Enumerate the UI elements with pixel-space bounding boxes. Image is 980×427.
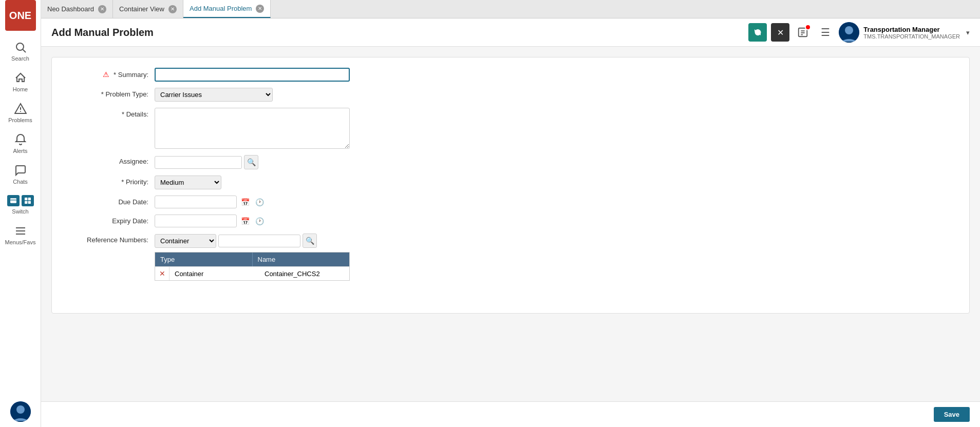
ref-type-select[interactable]: Container Booking BL Invoice xyxy=(155,234,216,248)
details-row: * Details: xyxy=(67,108,954,149)
expiry-date-time-button[interactable]: 🕐 xyxy=(253,215,266,227)
top-bar-actions: ✕ ☰ Transportation Manager TMS.TRANSPORT… xyxy=(748,22,970,43)
due-date-row: Due Date: 📅 🕐 xyxy=(67,196,954,208)
expiry-date-input[interactable] xyxy=(155,215,237,227)
assignee-label: Assignee: xyxy=(67,155,155,165)
ref-table-cell-name: Container_CHCS2 xyxy=(259,267,349,280)
reference-numbers-row: Reference Numbers: Container Booking BL … xyxy=(67,234,954,281)
notification-dot xyxy=(805,24,811,30)
tab-close-add-manual-problem[interactable]: ✕ xyxy=(256,5,264,13)
refresh-icon xyxy=(753,28,762,37)
svg-point-0 xyxy=(16,43,24,50)
svg-rect-7 xyxy=(28,198,30,200)
priority-label: * Priority: xyxy=(67,176,155,186)
due-date-controls: 📅 🕐 xyxy=(155,196,266,208)
summary-error-icon: ⚠ xyxy=(103,70,109,79)
ref-table-header-name: Name xyxy=(253,253,350,266)
ref-table-header-type: Type xyxy=(155,253,253,266)
sidebar-item-menus-favs[interactable]: Menus/Favs xyxy=(0,220,41,250)
assignee-input[interactable] xyxy=(155,156,242,169)
sidebar-item-alerts[interactable]: Alerts xyxy=(0,128,41,159)
summary-input[interactable] xyxy=(155,68,350,82)
due-date-time-button[interactable]: 🕐 xyxy=(253,196,266,208)
save-button[interactable]: Save xyxy=(934,407,970,422)
svg-point-20 xyxy=(845,26,853,34)
app-logo: ONE xyxy=(5,0,36,31)
notification-button[interactable] xyxy=(794,23,812,42)
expiry-date-controls: 📅 🕐 xyxy=(155,215,266,227)
priority-row: * Priority: Low Medium High Critical xyxy=(67,176,954,189)
switch-icon-2 xyxy=(22,195,34,206)
expiry-date-label-text: Expiry Date: xyxy=(112,217,148,225)
sidebar-item-problems[interactable]: Problems xyxy=(0,98,41,128)
ref-number-input[interactable] xyxy=(218,235,300,247)
svg-rect-9 xyxy=(28,201,30,204)
sidebar-label-problems: Problems xyxy=(8,117,32,123)
summary-label: ⚠ * Summary: xyxy=(67,68,155,79)
grid-icon xyxy=(24,197,32,205)
ref-table-cell-type: Container xyxy=(169,267,259,280)
problem-type-select[interactable]: Carrier Issues Delay Documentation Damag… xyxy=(155,88,273,102)
ref-input-row: Container Booking BL Invoice 🔍 xyxy=(155,234,350,248)
refresh-button[interactable] xyxy=(748,23,767,42)
assignee-controls: 🔍 xyxy=(155,155,258,169)
main-area: Neo Dashboard ✕ Container View ✕ Add Man… xyxy=(41,0,980,427)
ref-table-row: ✕ Container Container_CHCS2 xyxy=(155,266,349,280)
tab-close-container-view[interactable]: ✕ xyxy=(168,5,177,13)
assignee-label-text: Assignee: xyxy=(119,158,148,165)
svg-line-1 xyxy=(23,50,26,53)
details-label-text: * Details: xyxy=(122,110,148,118)
sidebar-label-switch: Switch xyxy=(12,208,28,215)
priority-label-text: * Priority: xyxy=(121,178,148,186)
reference-numbers-label: Reference Numbers: xyxy=(67,234,155,244)
hamburger-menu-button[interactable]: ☰ xyxy=(816,23,835,42)
form-container: ⚠ * Summary: * Problem Type: Carrier Iss… xyxy=(41,47,980,401)
expiry-date-label: Expiry Date: xyxy=(67,215,155,225)
tab-add-manual-problem[interactable]: Add Manual Problem ✕ xyxy=(183,0,271,18)
chat-icon xyxy=(14,164,27,177)
ref-search-button[interactable]: 🔍 xyxy=(303,234,317,248)
form-card: ⚠ * Summary: * Problem Type: Carrier Iss… xyxy=(51,57,970,314)
problem-type-row: * Problem Type: Carrier Issues Delay Doc… xyxy=(67,88,954,102)
due-date-input[interactable] xyxy=(155,196,237,208)
menu-icon xyxy=(14,225,27,237)
sidebar-item-search[interactable]: Search xyxy=(0,36,41,67)
sidebar: ONE Search Home Problems Alerts Chats Sw… xyxy=(0,0,41,427)
due-date-label-text: Due Date: xyxy=(118,198,148,206)
sidebar-label-menus-favs: Menus/Favs xyxy=(5,239,36,245)
expiry-date-calendar-button[interactable]: 📅 xyxy=(239,215,251,227)
user-name: Transportation Manager xyxy=(863,26,960,33)
bottom-avatar[interactable] xyxy=(10,401,31,422)
priority-select[interactable]: Low Medium High Critical xyxy=(155,176,221,189)
sidebar-item-home[interactable]: Home xyxy=(0,67,41,98)
user-dropdown-arrow[interactable]: ▾ xyxy=(966,29,970,36)
sidebar-bottom xyxy=(0,401,41,427)
tab-label-container-view: Container View xyxy=(119,5,164,13)
problem-type-label-text: * Problem Type: xyxy=(101,90,148,98)
user-role: TMS.TRANSPORTATION_MANAGER xyxy=(863,33,960,40)
reference-controls: Container Booking BL Invoice 🔍 Type xyxy=(155,234,350,281)
svg-rect-8 xyxy=(25,201,27,204)
user-text: Transportation Manager TMS.TRANSPORTATIO… xyxy=(863,26,960,40)
tab-container-view[interactable]: Container View ✕ xyxy=(113,0,183,18)
layers-icon xyxy=(9,197,17,205)
sidebar-item-chats[interactable]: Chats xyxy=(0,159,41,190)
reference-numbers-label-text: Reference Numbers: xyxy=(87,236,148,244)
top-bar: Add Manual Problem ✕ ☰ Transportation Ma… xyxy=(41,18,980,47)
ref-delete-button[interactable]: ✕ xyxy=(155,267,169,280)
tab-neo-dashboard[interactable]: Neo Dashboard ✕ xyxy=(41,0,113,18)
ref-table-header: Type Name xyxy=(155,253,349,266)
avatar-image xyxy=(839,22,859,43)
assignee-search-button[interactable]: 🔍 xyxy=(244,155,258,169)
tab-close-neo-dashboard[interactable]: ✕ xyxy=(98,5,106,13)
svg-rect-4 xyxy=(10,198,16,203)
tab-label-neo-dashboard: Neo Dashboard xyxy=(47,5,94,13)
close-button[interactable]: ✕ xyxy=(771,23,789,42)
details-textarea[interactable] xyxy=(155,108,350,149)
user-info[interactable]: Transportation Manager TMS.TRANSPORTATIO… xyxy=(839,22,970,43)
sidebar-item-switch[interactable]: Switch xyxy=(0,190,41,220)
content-area: Add Manual Problem ✕ ☰ Transportation Ma… xyxy=(41,18,980,427)
due-date-calendar-button[interactable]: 📅 xyxy=(239,196,251,208)
bottom-bar: Save xyxy=(41,401,980,427)
home-icon xyxy=(14,72,27,84)
